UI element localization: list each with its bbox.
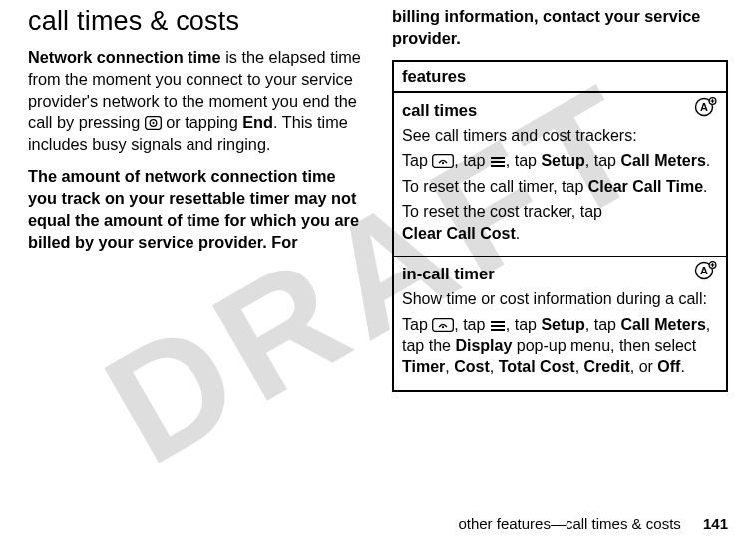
feature-title: in-call timer xyxy=(402,263,718,284)
svg-point-9 xyxy=(442,162,444,164)
billing-info-continued: billing information, contact your servic… xyxy=(392,6,728,50)
text: pop-up menu, then select xyxy=(512,337,696,354)
text: . xyxy=(516,225,520,242)
page-content: call times & costs Network connection ti… xyxy=(28,6,728,546)
text: , or xyxy=(630,358,658,375)
text: , xyxy=(575,358,584,375)
menu-icon xyxy=(490,320,506,332)
text: Tap xyxy=(402,152,432,169)
feature-instructions: Tap , tap , tap Setup, tap Call Meters. xyxy=(402,150,718,171)
sim-feature-icon: A xyxy=(694,97,718,122)
feature-desc: Show time or cost information during a c… xyxy=(402,288,718,309)
call-meters-label: Call Meters xyxy=(620,316,705,333)
text: . xyxy=(703,178,707,195)
feature-reset-cost: To reset the cost tracker, tap Clear Cal… xyxy=(402,201,718,244)
feature-desc: See call timers and cost trackers: xyxy=(402,125,718,146)
cost-option: Cost xyxy=(454,358,490,375)
text: , tap xyxy=(454,152,490,169)
feature-instructions: Tap , tap , tap Setup, tap Call Meters, … xyxy=(402,314,718,378)
timer-option: Timer xyxy=(402,358,445,375)
clear-call-cost-label: Clear Call Cost xyxy=(402,225,516,242)
clear-call-time-label: Clear Call Time xyxy=(588,178,703,195)
network-time-bold: Network connection time xyxy=(28,48,221,66)
call-meters-label: Call Meters xyxy=(620,152,705,169)
end-label: End xyxy=(242,113,273,131)
text: . xyxy=(706,152,710,169)
display-label: Display xyxy=(455,337,512,354)
text: , tap xyxy=(585,152,621,169)
features-table: features A call times See call timers an… xyxy=(392,60,728,392)
text: , tap xyxy=(506,152,542,169)
features-header: features xyxy=(393,61,727,92)
text: , tap xyxy=(454,316,490,333)
feature-reset-timer: To reset the call timer, tap Clear Call … xyxy=(402,176,718,197)
text: , xyxy=(490,358,499,375)
credit-option: Credit xyxy=(584,358,630,375)
sim-feature-icon: A xyxy=(694,261,718,285)
table-row: A in-call timer Show time or cost inform… xyxy=(393,256,727,390)
text: , tap xyxy=(506,316,542,333)
menu-icon xyxy=(490,156,506,168)
network-time-paragraph: Network connection time is the elapsed t… xyxy=(28,47,364,156)
off-option: Off xyxy=(657,358,680,375)
svg-text:A: A xyxy=(700,265,708,276)
svg-point-2 xyxy=(152,122,154,124)
text: , xyxy=(445,358,454,375)
text: Tap xyxy=(402,316,432,333)
svg-text:A: A xyxy=(700,101,708,113)
section-heading: call times & costs xyxy=(28,6,364,37)
total-cost-option: Total Cost xyxy=(499,358,575,375)
launcher-key-icon xyxy=(432,318,454,332)
text: . xyxy=(680,358,684,375)
text: , tap xyxy=(585,316,621,333)
text: To reset the call timer, tap xyxy=(402,178,588,195)
setup-label: Setup xyxy=(541,152,584,169)
launcher-key-icon xyxy=(432,154,454,168)
left-column: call times & costs Network connection ti… xyxy=(28,6,364,546)
text: To reset the cost tracker, tap xyxy=(402,203,602,220)
end-key-icon xyxy=(145,116,162,130)
text: or tapping xyxy=(162,113,242,131)
svg-point-19 xyxy=(442,326,444,328)
feature-title: call times xyxy=(402,99,718,121)
billing-note-paragraph: The amount of network connection time yo… xyxy=(28,166,364,253)
table-row: A call times See call timers and cost tr… xyxy=(393,92,727,257)
setup-label: Setup xyxy=(541,316,584,333)
right-column: billing information, contact your servic… xyxy=(392,6,728,546)
